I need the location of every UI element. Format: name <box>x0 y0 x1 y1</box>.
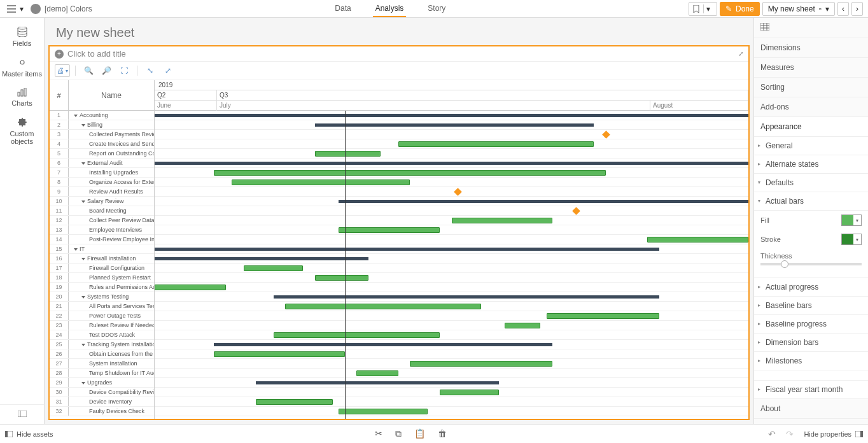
fill-color-picker[interactable]: ▾ <box>841 214 862 226</box>
task-bar[interactable] <box>315 151 381 157</box>
app-menu-dropdown[interactable]: ▾ <box>18 4 25 13</box>
props-about[interactable]: About <box>754 399 868 419</box>
cut-button[interactable]: ✂ <box>375 428 382 439</box>
thickness-slider[interactable] <box>760 263 862 265</box>
gantt-row[interactable]: 26Obtain Licenses from the Vendor <box>50 349 154 359</box>
task-bar[interactable] <box>244 265 303 271</box>
collapse-button[interactable]: ⤢ <box>160 64 176 77</box>
props-measures[interactable]: Measures <box>754 58 868 78</box>
gantt-row[interactable]: 22Power Outage Tests <box>50 311 154 321</box>
summary-bar[interactable] <box>315 123 594 127</box>
prev-sheet-button[interactable]: ‹ <box>837 2 849 16</box>
summary-bar[interactable] <box>274 295 659 299</box>
props-baseline-progress[interactable]: ▸Baseline progress <box>754 315 868 334</box>
gantt-row[interactable]: 32Faulty Devices Check <box>50 407 154 416</box>
gantt-row[interactable]: 5Report on Outstanding Collections <box>50 149 154 158</box>
gantt-row[interactable]: 10Salary Review <box>50 197 154 206</box>
task-bar[interactable] <box>155 285 226 290</box>
next-sheet-button[interactable]: › <box>851 2 863 16</box>
task-bar[interactable] <box>398 141 594 147</box>
sheet-title[interactable]: My new sheet <box>45 18 753 45</box>
fit-button[interactable]: ⛶ <box>116 64 132 77</box>
assets-master-items[interactable]: Master items <box>0 53 44 84</box>
gantt-row[interactable]: 6External Audit <box>50 158 154 168</box>
sheet-selector[interactable]: My new sheet ▫ ▾ <box>762 2 835 16</box>
props-baseline-bars[interactable]: ▸Baseline bars <box>754 297 868 315</box>
gantt-row[interactable]: 23Ruleset Review If Needed <box>50 321 154 330</box>
assets-collapse-button[interactable] <box>0 404 44 424</box>
milestone-marker[interactable] <box>602 130 610 139</box>
tab-analysis[interactable]: Analysis <box>373 0 407 17</box>
gantt-row[interactable]: 28Temp Shutdown for IT Audit <box>50 369 154 378</box>
task-bar[interactable] <box>232 179 410 185</box>
gantt-row[interactable]: 3Collected Payments Review <box>50 130 154 139</box>
assets-custom-objects[interactable]: Custom objects <box>0 113 44 151</box>
gantt-row[interactable]: 12Collect Peer Review Data <box>50 216 154 225</box>
assets-charts[interactable]: Charts <box>0 84 44 113</box>
viz-title-placeholder[interactable]: Click to add title <box>67 49 126 59</box>
props-dimensions[interactable]: Dimensions <box>754 38 868 58</box>
task-bar[interactable] <box>339 409 428 414</box>
gantt-row[interactable]: 13Employee Interviews <box>50 225 154 235</box>
gantt-row[interactable]: 11Board Meeting <box>50 206 154 216</box>
milestone-marker[interactable] <box>454 188 462 196</box>
props-appearance[interactable]: Appearance <box>754 117 868 137</box>
props-dimension-bars[interactable]: ▸Dimension bars <box>754 334 868 352</box>
task-bar[interactable] <box>505 323 540 328</box>
add-title-icon[interactable]: + <box>55 50 64 59</box>
props-alternate-states[interactable]: ▸Alternate states <box>754 155 868 174</box>
undo-button[interactable]: ↶ <box>768 429 776 439</box>
gantt-row[interactable]: 24Test DDOS Attack <box>50 330 154 340</box>
paste-button[interactable]: 📋 <box>414 428 425 439</box>
copy-button[interactable]: ⧉ <box>395 428 402 439</box>
props-fiscal-year[interactable]: ▸Fiscal year start month <box>754 381 868 399</box>
gantt-row[interactable]: 25Tracking System Installation <box>50 340 154 349</box>
props-milestones[interactable]: ▸Milestones <box>754 352 868 370</box>
task-bar[interactable] <box>452 218 553 223</box>
props-general[interactable]: ▸General <box>754 137 868 155</box>
tab-data[interactable]: Data <box>332 0 353 17</box>
gantt-row[interactable]: 20Systems Testing <box>50 292 154 302</box>
gantt-row[interactable]: 8Organize Access for External Auditors <box>50 178 154 187</box>
task-bar[interactable] <box>285 304 481 309</box>
delete-button[interactable]: 🗑 <box>438 428 447 439</box>
gantt-chart-area[interactable] <box>155 111 748 419</box>
props-sorting[interactable]: Sorting <box>754 78 868 97</box>
gantt-row[interactable]: 27System Installation <box>50 359 154 369</box>
props-defaults[interactable]: ▾Defaults <box>754 174 868 192</box>
gantt-row[interactable]: 17Firewall Configuration <box>50 264 154 273</box>
task-bar[interactable] <box>410 361 552 367</box>
redo-button[interactable]: ↷ <box>786 429 794 439</box>
gantt-row[interactable]: 21All Ports and Services Tests <box>50 302 154 311</box>
hamburger-menu[interactable] <box>5 3 18 15</box>
summary-bar[interactable] <box>155 114 748 117</box>
task-bar[interactable] <box>440 390 499 395</box>
task-bar[interactable] <box>547 313 659 319</box>
fullscreen-icon[interactable]: ⤢ <box>738 50 743 57</box>
summary-bar[interactable] <box>339 200 748 203</box>
done-button[interactable]: ✎ Done <box>720 2 760 16</box>
gantt-row[interactable]: 16Firewall Installation <box>50 254 154 264</box>
visualization-container[interactable]: + Click to add title ⤢ 🖨▾ 🔍 🔎 ⛶ ⤡ ⤢ <box>48 45 750 420</box>
gantt-row[interactable]: 15IT <box>50 244 154 254</box>
gantt-row[interactable]: 9Review Audit Results <box>50 187 154 197</box>
gantt-row[interactable]: 1Accounting <box>50 111 154 120</box>
print-button[interactable]: 🖨▾ <box>55 64 70 77</box>
gantt-row[interactable]: 2Billing <box>50 120 154 130</box>
props-actual-progress[interactable]: ▸Actual progress <box>754 278 868 297</box>
gantt-row[interactable]: 30Device Compatibility Review <box>50 388 154 397</box>
task-bar[interactable] <box>315 275 368 281</box>
hide-assets-button[interactable]: Hide assets <box>5 430 53 438</box>
task-bar[interactable] <box>214 351 344 357</box>
summary-bar[interactable] <box>256 381 500 384</box>
stroke-color-picker[interactable]: ▾ <box>841 234 862 245</box>
task-bar[interactable] <box>647 237 748 243</box>
assets-fields[interactable]: Fields <box>0 23 44 53</box>
gantt-row[interactable]: 18Planned System Restart <box>50 273 154 283</box>
milestone-marker[interactable] <box>573 207 581 215</box>
summary-bar[interactable] <box>155 257 368 260</box>
props-addons[interactable]: Add-ons <box>754 97 868 117</box>
task-bar[interactable] <box>274 332 440 338</box>
props-actual-bars[interactable]: ▾Actual bars <box>754 192 868 211</box>
task-bar[interactable] <box>214 170 606 176</box>
